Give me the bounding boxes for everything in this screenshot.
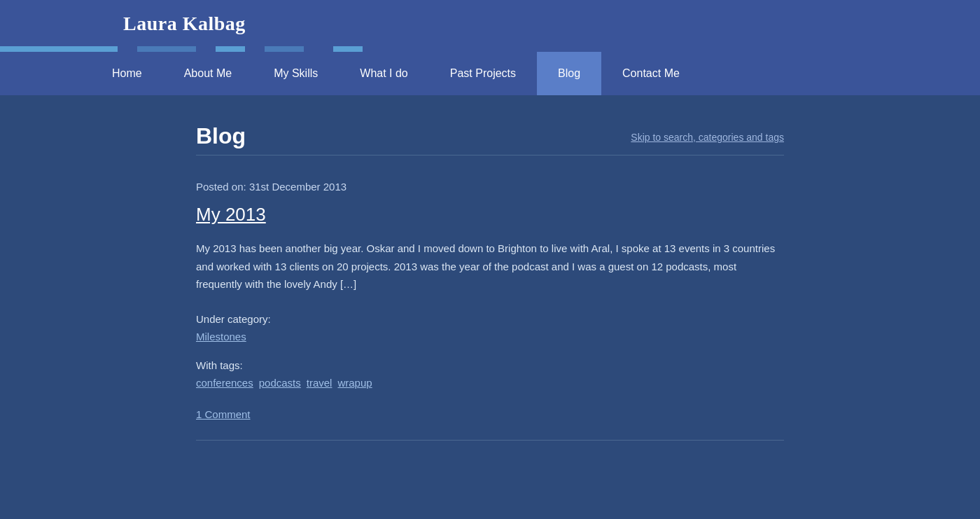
nav-link-my-skills[interactable]: My Skills bbox=[253, 52, 339, 95]
post-tag-link-podcasts[interactable]: podcasts bbox=[259, 377, 301, 389]
post-tags: conferencespodcaststravelwrapup bbox=[196, 377, 784, 389]
nav-link-about-me[interactable]: About Me bbox=[163, 52, 253, 95]
post-category-link[interactable]: Milestones bbox=[196, 331, 784, 342]
page-divider bbox=[196, 155, 784, 155]
color-bar-segment bbox=[245, 46, 265, 52]
nav-item-about-me[interactable]: About Me bbox=[163, 52, 253, 95]
post-title-link[interactable]: My 2013 bbox=[196, 204, 266, 225]
page-header: Blog Skip to search, categories and tags bbox=[196, 123, 784, 149]
page-title: Blog bbox=[196, 123, 246, 149]
decorative-color-bar bbox=[0, 46, 980, 52]
color-bar-segment bbox=[333, 46, 363, 52]
color-bar-segment bbox=[363, 46, 980, 52]
nav-link-past-projects[interactable]: Past Projects bbox=[429, 52, 537, 95]
post-tags-label: With tags: bbox=[196, 359, 784, 371]
color-bar-segment bbox=[216, 46, 245, 52]
site-header: Laura Kalbag HomeAbout MeMy SkillsWhat I… bbox=[0, 0, 980, 95]
post-tag-link-travel[interactable]: travel bbox=[307, 377, 332, 389]
nav-link-home[interactable]: Home bbox=[91, 52, 163, 95]
nav-item-what-i-do[interactable]: What I do bbox=[339, 52, 428, 95]
color-bar-segment bbox=[304, 46, 333, 52]
nav-item-blog[interactable]: Blog bbox=[537, 52, 601, 95]
post-excerpt: My 2013 has been another big year. Oskar… bbox=[196, 240, 784, 293]
color-bar-segment bbox=[0, 46, 118, 52]
color-bar-segment bbox=[265, 46, 304, 52]
color-bar-segment bbox=[196, 46, 216, 52]
nav-link-blog[interactable]: Blog bbox=[537, 52, 601, 95]
nav-list: HomeAbout MeMy SkillsWhat I doPast Proje… bbox=[0, 52, 980, 95]
post-comments-link[interactable]: 1 Comment bbox=[196, 408, 784, 420]
blog-posts-container: Posted on: 31st December 2013My 2013My 2… bbox=[196, 181, 784, 455]
main-navigation: HomeAbout MeMy SkillsWhat I doPast Proje… bbox=[0, 52, 980, 95]
nav-item-home[interactable]: Home bbox=[91, 52, 163, 95]
color-bar-segment bbox=[118, 46, 137, 52]
main-content: Blog Skip to search, categories and tags… bbox=[196, 95, 784, 483]
nav-item-past-projects[interactable]: Past Projects bbox=[429, 52, 537, 95]
nav-item-my-skills[interactable]: My Skills bbox=[253, 52, 339, 95]
blog-post: Posted on: 31st December 2013My 2013My 2… bbox=[196, 181, 784, 455]
skip-to-search-link[interactable]: Skip to search, categories and tags bbox=[631, 132, 784, 143]
post-bottom-divider bbox=[196, 440, 784, 441]
post-tag-link-conferences[interactable]: conferences bbox=[196, 377, 253, 389]
nav-item-contact-me[interactable]: Contact Me bbox=[601, 52, 701, 95]
post-tag-link-wrapup[interactable]: wrapup bbox=[337, 377, 372, 389]
post-category-label: Under category: bbox=[196, 313, 784, 325]
post-date: Posted on: 31st December 2013 bbox=[196, 181, 784, 193]
nav-link-contact-me[interactable]: Contact Me bbox=[601, 52, 701, 95]
post-title: My 2013 bbox=[196, 204, 784, 226]
site-title: Laura Kalbag bbox=[0, 13, 980, 46]
nav-link-what-i-do[interactable]: What I do bbox=[339, 52, 428, 95]
color-bar-segment bbox=[137, 46, 196, 52]
